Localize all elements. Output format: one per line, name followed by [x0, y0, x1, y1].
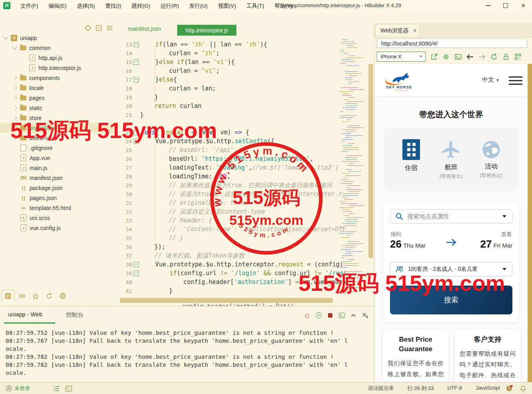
status-item-JavaScript[interactable]: JavaScript: [476, 385, 500, 392]
fold-marker[interactable]: [134, 77, 139, 82]
browser-back-icon[interactable]: [466, 52, 474, 61]
menu-选择(S)[interactable]: 选择(S): [72, 0, 100, 11]
chevron-right-icon[interactable]: [12, 135, 17, 140]
login-status[interactable]: 未登录: [14, 385, 30, 392]
maximize-button[interactable]: [497, 0, 514, 11]
editor-horizontal-scrollbar[interactable]: [120, 298, 333, 303]
preview-scrollbar[interactable]: [528, 64, 532, 382]
fold-marker[interactable]: [134, 262, 139, 267]
tree-item-common[interactable]: common: [0, 43, 116, 53]
service-activities[interactable]: 活动 (即将推出): [469, 139, 513, 179]
collapse-all-icon[interactable]: [96, 25, 102, 31]
tree-item-pages.json[interactable]: [ ]pages.json: [0, 193, 116, 203]
tree-item-vue.config.js[interactable]: Jvue.config.js: [0, 223, 116, 233]
outline-icon[interactable]: [53, 386, 60, 392]
editor-vertical-scrollbar[interactable]: [368, 64, 373, 258]
files-panel-tab[interactable]: [2, 290, 14, 302]
qr-code-icon[interactable]: [514, 52, 522, 61]
collapse-panel-icon[interactable]: [350, 312, 357, 319]
chevron-right-icon[interactable]: [12, 85, 17, 90]
code-area[interactable]: 13 if(lan == 'zh' || lan == 'zh'){14 cur…: [116, 38, 374, 306]
status-item-语法提示库[interactable]: 语法提示库: [368, 385, 394, 392]
occupancy-select[interactable]: 1间客房 - 2名成人 - 0名儿童: [390, 262, 512, 276]
tree-item-uview-ui[interactable]: uview-ui: [0, 133, 116, 143]
run-console-icon[interactable]: [315, 312, 322, 319]
chevron-right-icon[interactable]: [12, 95, 17, 100]
terminal-icon[interactable]: [338, 312, 345, 319]
url-input[interactable]: http://localhost:8080/#/: [377, 38, 527, 48]
search-button[interactable]: 搜索: [390, 286, 512, 314]
refresh-icon[interactable]: [490, 52, 498, 61]
terminal-status-icon[interactable]: [65, 386, 72, 392]
browser-tab[interactable]: Web浏览器 ✕: [375, 24, 420, 37]
tree-item-http.api.js[interactable]: Jhttp.api.js: [0, 53, 116, 63]
tree-item-manifest.json[interactable]: [⚙]manifest.json: [0, 173, 116, 183]
sky-horse-logo[interactable]: SKY HORSE TRAVEL: [384, 69, 420, 91]
history-icon[interactable]: [506, 385, 513, 392]
tree-item-components[interactable]: components: [0, 73, 116, 83]
menu-编辑(E)[interactable]: 编辑(E): [43, 0, 72, 11]
fold-marker[interactable]: [134, 139, 139, 144]
search-panel-tab[interactable]: [16, 290, 28, 302]
unlock-icon[interactable]: [502, 52, 510, 61]
debug-panel-tab[interactable]: [30, 290, 42, 302]
bell-icon[interactable]: [520, 385, 526, 392]
tree-item-template.h5.html[interactable]: <>template.h5.html: [0, 203, 116, 213]
fold-marker[interactable]: [134, 130, 139, 135]
explorer-menu-icon[interactable]: [106, 25, 113, 31]
chevron-right-icon[interactable]: [12, 105, 17, 110]
tree-item-unpackage[interactable]: unpackage: [0, 123, 116, 133]
destination-search-input[interactable]: 搜索地点或属性: [390, 209, 512, 224]
tree-item-uni.scss[interactable]: Suni.scss: [0, 213, 116, 223]
status-item-UTF-8[interactable]: UTF-8: [447, 385, 462, 392]
service-flights[interactable]: 航班 (即将推出): [429, 139, 473, 180]
chevron-right-icon[interactable]: [12, 75, 17, 80]
menu-工具(T)[interactable]: 工具(T): [241, 0, 269, 11]
open-external-icon[interactable]: [430, 52, 438, 61]
menu-文件(F)[interactable]: 文件(F): [15, 0, 43, 11]
hamburger-menu-icon[interactable]: [509, 76, 522, 87]
tree-item-.gitignore[interactable]: .gitignore: [0, 143, 116, 153]
chevron-right-icon[interactable]: [12, 125, 17, 130]
tab-manifest-json[interactable]: manifest.json: [128, 26, 161, 32]
sync-panel-tab[interactable]: [43, 290, 55, 302]
close-button[interactable]: ✕: [514, 0, 532, 11]
tree-item-pages[interactable]: pages: [0, 93, 116, 103]
fold-marker[interactable]: [134, 60, 139, 65]
tree-item-http.interceptor.js[interactable]: Jhttp.interceptor.js: [0, 63, 116, 73]
date-range[interactable]: 报到 26Thu Mar 查看 27Fri Mar: [390, 231, 512, 255]
fold-marker[interactable]: [134, 42, 139, 47]
menu-视图(V)[interactable]: 视图(V): [213, 0, 241, 11]
chevron-down-icon[interactable]: [3, 34, 8, 40]
code-editor[interactable]: manifest.json http.interceptor.js 13 if(…: [116, 23, 374, 306]
menu-运行(R)[interactable]: 运行(R): [156, 0, 184, 11]
minimap[interactable]: [338, 38, 364, 298]
tab-http-interceptor-js[interactable]: http.interceptor.js: [177, 25, 236, 36]
menu-发行(U)[interactable]: 发行(U): [184, 0, 213, 11]
console-tab-kongzhitai[interactable]: 控制台: [66, 311, 84, 319]
device-select[interactable]: iPhone X: [377, 52, 426, 62]
tree-item-App.vue[interactable]: VApp.vue: [0, 153, 116, 163]
browser-forward-icon[interactable]: [478, 52, 486, 61]
tree-item-locale[interactable]: locale: [0, 83, 116, 93]
locate-file-icon[interactable]: [85, 25, 91, 31]
chevron-right-icon[interactable]: [12, 115, 17, 120]
chevron-down-icon[interactable]: [12, 44, 17, 50]
tree-item-uniapp[interactable]: Uuniapp: [0, 33, 116, 43]
language-selector[interactable]: 中文▼: [482, 76, 500, 84]
menu-查找(I)[interactable]: 查找(I): [100, 0, 126, 11]
console-tab-uniapp-web[interactable]: uniapp - Web: [8, 311, 42, 318]
status-item-行:26 列:33[interactable]: 行:26 列:33: [408, 385, 434, 392]
clear-console-icon[interactable]: [362, 312, 368, 319]
close-tab-icon[interactable]: ✕: [413, 28, 417, 34]
tree-item-main.js[interactable]: Jmain.js: [0, 163, 116, 173]
minimize-button[interactable]: [479, 0, 497, 11]
menu-跳转(G)[interactable]: 跳转(G): [126, 0, 156, 11]
tree-item-package.json[interactable]: [ ]package.json: [0, 183, 116, 193]
stop-icon[interactable]: [327, 312, 334, 319]
fold-marker[interactable]: [134, 271, 139, 276]
devtools-console-icon[interactable]: [454, 52, 462, 61]
gear-icon[interactable]: [442, 52, 450, 61]
tree-item-store[interactable]: store: [0, 113, 116, 123]
debug-icon[interactable]: [304, 312, 310, 319]
